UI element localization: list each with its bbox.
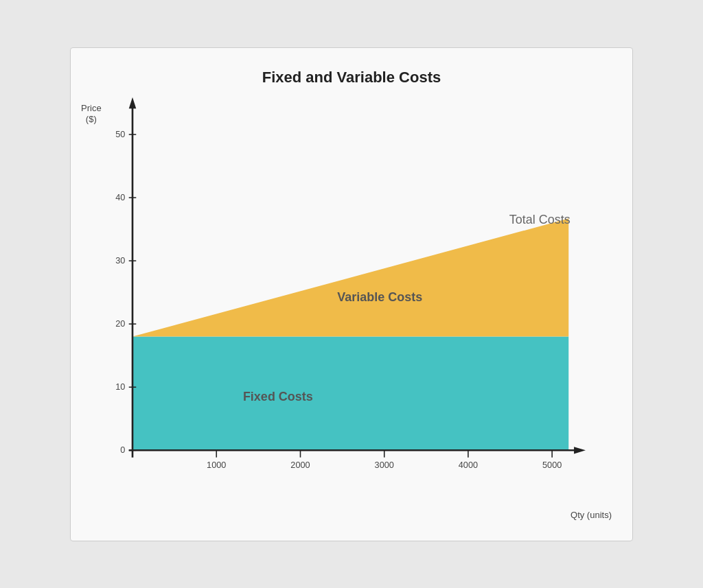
- x-tick-label-4000: 4000: [459, 460, 478, 470]
- x-axis-arrow: [574, 447, 586, 454]
- total-costs-label: Total Costs: [509, 212, 571, 226]
- y-tick-label-30: 30: [115, 256, 125, 266]
- chart-container: Fixed and Variable Costs Price($) Qty (u…: [70, 47, 633, 541]
- chart-title: Fixed and Variable Costs: [71, 69, 632, 86]
- y-tick-label-20: 20: [115, 319, 125, 329]
- chart-svg: 0 10 20 30 40 50 1000 2000: [132, 103, 598, 486]
- fixed-costs-label: Fixed Costs: [243, 390, 313, 403]
- variable-costs-area: [132, 218, 569, 336]
- x-tick-label-3000: 3000: [375, 460, 394, 470]
- y-axis-arrow: [129, 97, 137, 108]
- variable-costs-label: Variable Costs: [337, 290, 422, 304]
- x-tick-label-1000: 1000: [207, 460, 226, 470]
- fixed-costs-area: [132, 336, 569, 450]
- x-axis-label: Qty (units): [571, 510, 612, 520]
- y-tick-label-40: 40: [115, 193, 125, 202]
- x-tick-label-2000: 2000: [290, 460, 310, 470]
- y-tick-label-50: 50: [115, 130, 125, 139]
- x-tick-label-5000: 5000: [542, 460, 562, 470]
- y-tick-label-10: 10: [115, 382, 125, 392]
- y-tick-label-0: 0: [120, 445, 125, 455]
- chart-area: 0 10 20 30 40 50 1000 2000: [132, 103, 598, 486]
- y-axis-label: Price($): [81, 103, 102, 126]
